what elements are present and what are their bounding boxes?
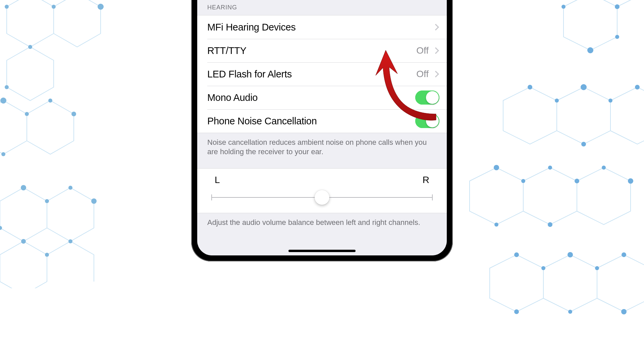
settings-screen: HEARING MFi Hearing Devices RTT/TTY Off … (197, 0, 447, 255)
svg-point-19 (68, 239, 72, 243)
chevron-right-icon (432, 47, 439, 54)
row-label: Phone Noise Cancellation (207, 116, 415, 127)
balance-labels: L R (207, 175, 437, 191)
svg-point-9 (48, 99, 52, 103)
svg-point-36 (628, 178, 633, 184)
phone-bezel: HEARING MFi Hearing Devices RTT/TTY Off … (197, 0, 447, 255)
row-value: Off (416, 69, 429, 79)
row-led-flash[interactable]: LED Flash for Alerts Off (197, 62, 447, 86)
svg-point-5 (28, 45, 32, 49)
svg-point-35 (602, 166, 606, 170)
svg-point-26 (555, 99, 559, 103)
toggle-knob (426, 91, 439, 104)
row-mono-audio: Mono Audio (197, 86, 447, 109)
balance-right-label: R (423, 175, 429, 185)
balance-group: L R (197, 168, 447, 213)
row-label: Mono Audio (207, 92, 415, 103)
home-indicator[interactable] (288, 250, 356, 252)
svg-point-13 (45, 199, 49, 203)
svg-point-16 (91, 198, 97, 204)
svg-point-2 (52, 5, 56, 9)
svg-point-25 (528, 85, 532, 89)
chevron-right-icon (432, 71, 439, 77)
svg-point-31 (494, 165, 499, 170)
balance-slider[interactable] (211, 191, 433, 204)
svg-point-22 (615, 4, 620, 9)
balance-footer: Adjust the audio volume balance between … (197, 213, 447, 235)
svg-point-27 (581, 84, 587, 90)
row-mfi-hearing-devices[interactable]: MFi Hearing Devices (197, 15, 447, 39)
svg-point-10 (71, 112, 76, 116)
svg-point-1 (5, 5, 9, 9)
svg-point-39 (514, 252, 519, 257)
row-rtt-tty[interactable]: RTT/TTY Off (197, 39, 447, 62)
svg-point-18 (45, 253, 49, 257)
slider-tick-left (211, 194, 212, 200)
toggle-mono-audio[interactable] (415, 90, 439, 105)
svg-point-40 (541, 266, 545, 270)
svg-point-15 (0, 226, 2, 230)
svg-point-23 (587, 47, 593, 53)
svg-point-43 (622, 252, 626, 257)
hearing-group: MFi Hearing Devices RTT/TTY Off LED Flas… (197, 15, 447, 133)
slider-tick-right (432, 194, 433, 200)
section-header-hearing: HEARING (197, 0, 447, 15)
svg-point-21 (561, 5, 566, 9)
slider-thumb[interactable] (315, 190, 329, 205)
svg-point-47 (621, 309, 627, 314)
svg-point-32 (521, 179, 525, 183)
svg-point-7 (0, 98, 6, 104)
phone-frame: HEARING MFi Hearing Devices RTT/TTY Off … (191, 0, 453, 261)
toggle-noise-cancellation[interactable] (415, 114, 439, 128)
svg-point-12 (21, 185, 26, 190)
svg-point-38 (548, 222, 552, 227)
svg-point-6 (5, 85, 9, 89)
svg-point-24 (615, 35, 619, 39)
toggle-knob (426, 115, 439, 127)
svg-point-42 (595, 266, 599, 270)
svg-point-34 (575, 179, 579, 183)
svg-point-14 (68, 186, 72, 190)
svg-point-45 (514, 309, 519, 314)
svg-point-17 (21, 239, 26, 244)
row-value: Off (416, 45, 429, 56)
row-label: LED Flash for Alerts (207, 69, 416, 80)
svg-point-41 (568, 252, 573, 257)
row-label: RTT/TTY (207, 45, 416, 56)
row-label: MFi Hearing Devices (207, 22, 432, 33)
svg-point-33 (548, 166, 552, 170)
chevron-right-icon (432, 24, 439, 31)
balance-left-label: L (215, 175, 220, 185)
svg-point-30 (581, 142, 586, 146)
svg-point-8 (25, 112, 29, 116)
svg-point-4 (98, 4, 104, 10)
noise-cancellation-footer: Noise cancellation reduces ambient noise… (197, 133, 447, 164)
row-noise-cancellation: Phone Noise Cancellation (197, 109, 447, 133)
svg-point-29 (635, 85, 640, 89)
svg-point-37 (494, 223, 498, 227)
svg-point-46 (568, 310, 572, 314)
svg-point-11 (1, 152, 5, 156)
svg-point-28 (608, 99, 612, 103)
